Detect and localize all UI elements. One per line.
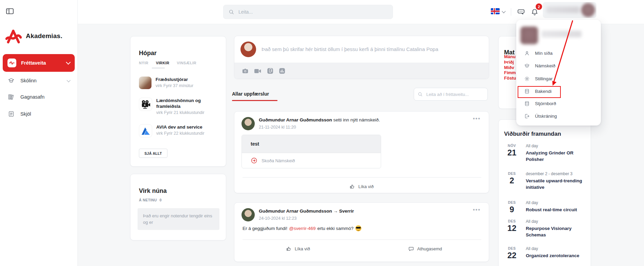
tab-nyir[interactable]: NÝIR	[139, 61, 148, 65]
event-date: DES2	[504, 171, 520, 190]
course-link[interactable]: Skoða Námskeið	[242, 153, 381, 168]
user-name-blurred	[541, 31, 582, 37]
event-item[interactable]: DES12 All day Repurpose Visionary Schema…	[504, 219, 587, 238]
menu-item-stillingar[interactable]: Stillingar	[516, 73, 601, 84]
event-date: DES9	[504, 200, 520, 214]
annotation-highlight-rect	[518, 86, 561, 98]
sidebar-item-label: Fréttaveita	[21, 60, 62, 66]
group-activity: virk Fyrir 21 klukkustundir	[156, 110, 219, 115]
group-list-item[interactable]: AVIA dev and service virk Fyrir 22 klukk…	[139, 124, 219, 137]
messages-button[interactable]	[517, 8, 525, 16]
event-item[interactable]: DES9 All day Robust real-time circuit	[504, 200, 587, 214]
composer-placeholder: Það sem þú skrifar hér birtist öllum í þ…	[262, 46, 438, 52]
see-all-button[interactable]: SJÁ ALLT	[139, 149, 167, 158]
online-count: 0	[160, 198, 162, 202]
post-composer[interactable]: Það sem þú skrifar hér birtist öllum í þ…	[234, 36, 489, 79]
group-activity: virk Fyrir 22 klukkustundir	[156, 131, 204, 136]
post-author[interactable]: Guðmundur Arnar Guðmundsson	[259, 117, 332, 122]
group-name: Fræðslustjórar	[156, 77, 193, 82]
post-author[interactable]: Guðmundur Arnar Guðmundsson	[259, 209, 332, 214]
panel-toggle-icon	[6, 8, 14, 14]
course-link-label: Skoða Námskeið	[262, 158, 295, 163]
event-item[interactable]: DES2 desember 2 - desember 3 Versatile u…	[504, 171, 587, 190]
person-icon	[524, 50, 530, 56]
group-name: AVIA dev and service	[156, 124, 204, 130]
sidebar-item-label: Gagnasafn	[20, 94, 70, 100]
groups-card: Hópar NÝIR VIRKIR VINSÆLIR Fræðslustjóra…	[130, 36, 226, 167]
event-item[interactable]: NÓV21 All day Analyzing Grinder OR Polis…	[504, 144, 587, 163]
sidebar-item-gagnasafn[interactable]: Gagnasafn	[3, 90, 75, 104]
course-attachment[interactable]: test Skoða Námskeið	[242, 135, 381, 168]
like-button[interactable]: Líka við	[234, 181, 489, 192]
thumbs-up-icon	[286, 246, 292, 252]
language-chevron-down-icon[interactable]	[502, 9, 505, 13]
active-tab-underline	[152, 68, 165, 68]
comment-icon	[408, 246, 414, 252]
post-more-icon[interactable]: •••	[473, 207, 481, 213]
search-input[interactable]	[238, 9, 388, 15]
user-mention[interactable]: @sverrir-469	[289, 226, 316, 231]
weekday-link[interactable]: Föstu	[504, 76, 516, 81]
search-icon	[417, 92, 423, 97]
sidebar-item-skjol[interactable]: Skjöl	[3, 107, 75, 121]
event-item[interactable]: DES22 All day Organized zerotolerance	[504, 246, 587, 260]
post-header: Guðmundur Arnar Guðmundsson setti inn ný…	[259, 117, 380, 122]
group-activity: virk Fyrir 37 mínútur	[156, 83, 193, 88]
sidebar-item-label: Skjöl	[20, 111, 70, 117]
poll-icon[interactable]	[279, 68, 285, 74]
menu-item-namskeid[interactable]: Námskeið	[516, 61, 601, 71]
event-name: Robust real-time circuit	[526, 206, 577, 213]
menu-item-stjornbord[interactable]: Stjórnborð	[516, 98, 601, 109]
user-menu-trigger[interactable]	[543, 2, 596, 18]
attachment-icon[interactable]	[267, 68, 273, 74]
tab-virkir[interactable]: VIRKIR	[156, 61, 169, 65]
sidebar-toggle-button[interactable]	[6, 8, 14, 14]
user-dropdown-menu: Mín síða Námskeið Stillingar Bakendi Stj…	[516, 20, 601, 126]
camera-icon[interactable]	[242, 68, 249, 74]
logout-icon	[524, 113, 530, 119]
group-list-item[interactable]: Fræðslustjórar virk Fyrir 37 mínútur	[139, 77, 219, 89]
search-icon	[228, 9, 234, 15]
global-search[interactable]	[223, 5, 393, 19]
video-icon[interactable]	[254, 68, 262, 74]
avatar[interactable]	[242, 208, 255, 221]
sunglasses-emoji-icon	[355, 225, 361, 231]
post-target[interactable]: → Sverrir	[333, 209, 354, 214]
weekday-links: Mánu Þriðj Miðv Fimm Föstu	[504, 54, 516, 81]
active-now-card: Virk núna Á NETINU0 Það eru engir notend…	[130, 174, 226, 240]
sidebar-item-skolinn[interactable]: Skólinn	[3, 74, 75, 87]
language-flag-iceland[interactable]	[491, 8, 500, 14]
avatar[interactable]	[242, 117, 255, 130]
event-date: DES22	[504, 246, 520, 260]
feed-search[interactable]	[414, 88, 488, 101]
group-list-item[interactable]: Lærdómshönnun og framleiðsla virk Fyrir …	[139, 98, 219, 115]
sidebar-item-frettaveita[interactable]: Fréttaveita	[3, 54, 75, 72]
post-text: Er á geggjuðum fundi! @sverrir-469 ertu …	[243, 225, 361, 231]
feed-search-input[interactable]	[426, 92, 484, 97]
weekday-link[interactable]: Þriðj	[504, 60, 516, 65]
avatar	[520, 27, 538, 44]
tab-vinsaelir[interactable]: VINSÆLIR	[177, 61, 197, 65]
events-title: Viðburðir framundan	[504, 131, 561, 137]
weekday-link[interactable]: Mánu	[504, 54, 516, 60]
menu-item-utskraning[interactable]: Útskráning	[516, 111, 601, 121]
movie-camera-icon	[139, 98, 152, 111]
arrow-circle-icon	[251, 157, 257, 164]
thumbs-up-icon	[350, 184, 355, 189]
weekday-link[interactable]: Fimm	[504, 70, 516, 76]
event-meta: All day	[526, 246, 579, 251]
avia-logo-icon	[139, 124, 152, 137]
menu-item-min-sida[interactable]: Mín síða	[516, 48, 601, 59]
graduation-cap-icon	[7, 77, 15, 84]
like-button[interactable]: Líka við	[234, 243, 362, 254]
app-logo[interactable]: Akademias.	[5, 29, 62, 44]
tab-all-updates[interactable]: Allar uppfærslur	[232, 91, 269, 97]
online-label: Á NETINU0	[139, 198, 162, 202]
weekday-link[interactable]: Miðv	[504, 65, 516, 70]
sidebar: Akademias. Fréttaveita Skólinn Gagnasafn…	[0, 0, 78, 266]
post-more-icon[interactable]: •••	[473, 116, 481, 122]
course-title: test	[242, 135, 381, 153]
chevron-down-icon	[67, 78, 70, 82]
comment-button[interactable]: Athugasemd	[362, 243, 489, 254]
event-meta: All day	[526, 219, 587, 224]
